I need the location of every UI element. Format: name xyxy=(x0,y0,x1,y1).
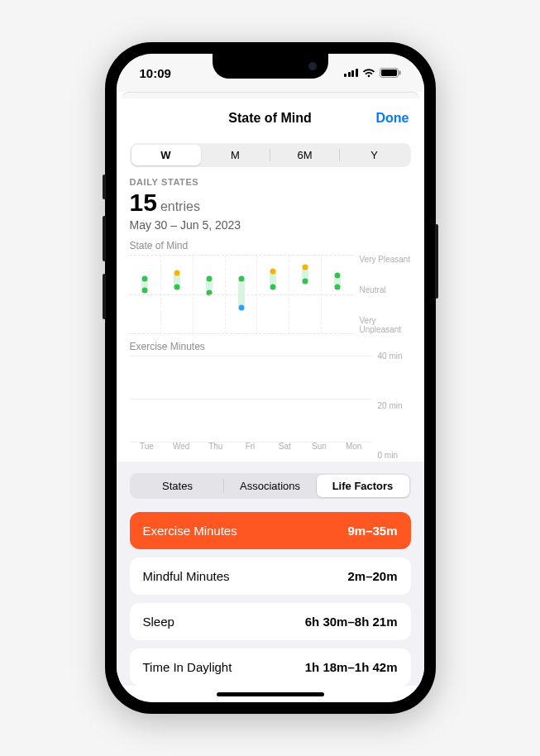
factor-exercise-minutes[interactable]: Exercise Minutes9m–35m xyxy=(130,512,411,549)
som-point xyxy=(206,276,212,282)
factor-name: Sleep xyxy=(143,615,174,629)
som-y-axis: Very Pleasant Neutral Very Unpleasant xyxy=(356,255,411,334)
som-col-sat xyxy=(257,256,289,333)
tab-life-factors[interactable]: Life Factors xyxy=(317,475,409,497)
factor-value: 6h 30m–8h 21m xyxy=(305,615,398,629)
som-axis-mid: Neutral xyxy=(360,285,411,294)
som-col-tue xyxy=(130,256,162,333)
ex-axis-20: 20 min xyxy=(378,401,403,410)
som-point xyxy=(142,276,148,282)
volume-up-button xyxy=(103,216,106,261)
ex-x-label: Sun xyxy=(302,442,337,455)
home-indicator[interactable] xyxy=(217,692,324,696)
ex-axis-40: 40 min xyxy=(378,352,403,361)
som-col-sun xyxy=(289,256,322,333)
date-range: May 30 – Jun 5, 2023 xyxy=(130,218,411,232)
ex-x-label: Mon xyxy=(337,442,371,455)
sheet: State of Mind Done WM6MY DAILY STATES 15… xyxy=(117,98,424,702)
ex-chart-title: Exercise Minutes xyxy=(130,341,411,352)
svg-rect-2 xyxy=(399,70,400,74)
entries-summary: 15 entries xyxy=(130,189,411,217)
som-point xyxy=(302,278,308,284)
som-point xyxy=(302,265,308,270)
som-col-mon xyxy=(322,256,353,333)
lower-panel: StatesAssociationsLife Factors Exercise … xyxy=(117,462,424,686)
som-point xyxy=(334,272,340,278)
som-point xyxy=(270,284,276,289)
notch xyxy=(213,54,328,79)
ex-x-label: Sat xyxy=(267,442,302,455)
range-seg-m[interactable]: M xyxy=(201,145,270,165)
factor-sleep[interactable]: Sleep6h 30m–8h 21m xyxy=(130,603,411,640)
mute-switch xyxy=(103,175,106,199)
cellular-icon xyxy=(344,69,358,77)
ex-x-label: Tue xyxy=(130,442,165,455)
section-label: DAILY STATES xyxy=(130,177,411,187)
factor-value: 2m–20m xyxy=(347,569,397,583)
exercise-minutes-chart: TueWedThuFriSatSunMon 40 min 20 min 0 mi… xyxy=(130,356,411,455)
ex-x-label: Fri xyxy=(233,442,268,455)
phone-frame: 10:09 State of Mind Done WM6MY xyxy=(105,42,436,714)
som-col-thu xyxy=(194,256,226,333)
detail-tabs[interactable]: StatesAssociationsLife Factors xyxy=(130,473,411,499)
factor-value: 1h 18m–1h 42m xyxy=(305,660,398,674)
svg-rect-1 xyxy=(381,69,397,76)
navbar: State of Mind Done xyxy=(117,98,424,138)
factor-name: Mindful Minutes xyxy=(143,569,230,583)
som-point xyxy=(238,305,244,311)
factor-name: Exercise Minutes xyxy=(143,524,237,538)
range-seg-y[interactable]: Y xyxy=(340,145,409,165)
som-point xyxy=(238,276,244,282)
ex-y-axis: 40 min 20 min 0 min xyxy=(375,356,411,455)
power-button xyxy=(435,224,438,299)
range-segmented-control[interactable]: WM6MY xyxy=(130,143,411,167)
som-point xyxy=(334,284,340,289)
page-title: State of Mind xyxy=(228,111,311,126)
done-button[interactable]: Done xyxy=(376,111,409,126)
factor-time-in-daylight[interactable]: Time In Daylight1h 18m–1h 42m xyxy=(130,648,411,686)
tab-states[interactable]: States xyxy=(131,475,224,497)
entries-count: 15 xyxy=(130,189,157,217)
volume-down-button xyxy=(103,274,106,319)
som-point xyxy=(206,289,212,295)
som-col-wed xyxy=(161,256,194,333)
som-point xyxy=(270,268,276,274)
som-axis-bot: Very Unpleasant xyxy=(360,316,411,334)
tab-associations[interactable]: Associations xyxy=(224,475,317,497)
ex-x-label: Thu xyxy=(198,442,233,455)
som-point xyxy=(174,270,180,276)
factor-name: Time In Daylight xyxy=(143,660,232,674)
som-point xyxy=(142,288,148,294)
range-seg-w[interactable]: W xyxy=(131,145,201,165)
battery-icon xyxy=(380,66,401,80)
sheet-backdrop xyxy=(122,92,419,98)
ex-x-label: Wed xyxy=(164,442,198,455)
som-axis-top: Very Pleasant xyxy=(360,255,411,264)
entries-word: entries xyxy=(160,199,200,214)
screen: 10:09 State of Mind Done WM6MY xyxy=(117,54,424,702)
som-point xyxy=(174,284,180,289)
som-col-fri xyxy=(226,256,258,333)
factor-mindful-minutes[interactable]: Mindful Minutes2m–20m xyxy=(130,557,411,595)
ex-axis-0: 0 min xyxy=(378,451,398,460)
status-time: 10:09 xyxy=(140,66,171,80)
som-chart-title: State of Mind xyxy=(130,240,411,251)
state-of-mind-chart: Very Pleasant Neutral Very Unpleasant xyxy=(130,255,411,334)
range-seg-6m[interactable]: 6M xyxy=(270,145,340,165)
factor-value: 9m–35m xyxy=(347,524,397,538)
wifi-icon xyxy=(362,66,375,80)
content: WM6MY DAILY STATES 15 entries May 30 – J… xyxy=(117,138,424,702)
